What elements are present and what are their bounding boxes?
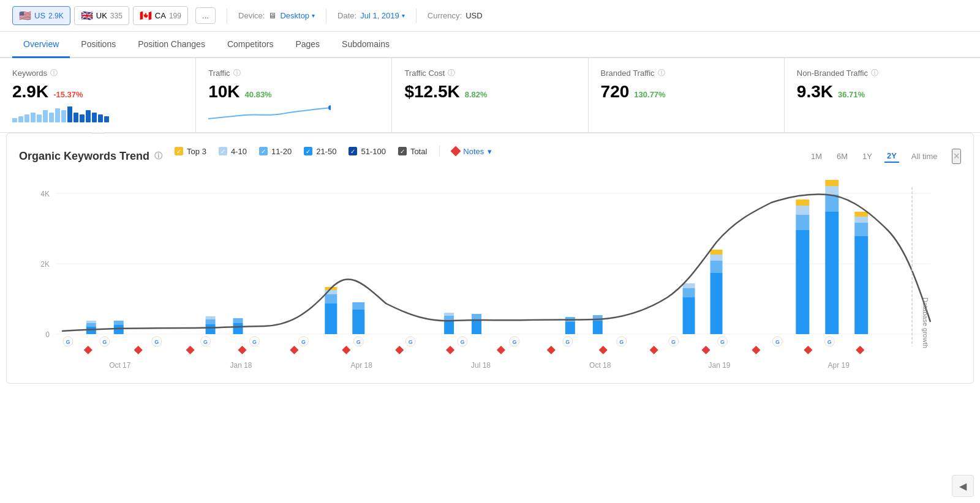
svg-rect-35 [710, 273, 723, 334]
date-filter: Date: Jul 1, 2019 ▾ [337, 11, 405, 20]
chart-area: 4K 2K 0 [19, 175, 961, 371]
svg-text:G: G [356, 339, 361, 345]
metric-number-non-branded-traffic: 9.3K [797, 82, 833, 102]
svg-text:G: G [775, 339, 780, 345]
spark-bar [37, 114, 42, 122]
tab-competitors[interactable]: Competitors [216, 32, 284, 58]
metric-card-branded-traffic[interactable]: Branded Traffic ⓘ 720 130.77% [589, 58, 785, 132]
legend-item-top3[interactable]: ✓ Top 3 [175, 147, 206, 156]
country-button-us[interactable]: 🇺🇸US2.9K [12, 6, 70, 25]
legend-checkbox-51-100[interactable]: ✓ [349, 147, 357, 155]
svg-text:0: 0 [45, 330, 50, 339]
svg-rect-92 [446, 346, 454, 354]
date-value[interactable]: Jul 1, 2019 ▾ [360, 11, 405, 20]
metric-label-keywords: Keywords [12, 69, 47, 78]
tab-overview[interactable]: Overview [12, 32, 70, 58]
currency-filter: Currency: USD [428, 11, 483, 20]
country-button-uk[interactable]: 🇬🇧UK335 [74, 6, 129, 25]
svg-text:2K: 2K [40, 260, 50, 269]
metric-card-non-branded-traffic[interactable]: Non-Branded Traffic ⓘ 9.3K 36.71% [785, 58, 980, 132]
metric-sparkline-keywords [12, 105, 183, 122]
tab-pages[interactable]: Pages [284, 32, 331, 58]
time-filter-1m[interactable]: 1M [809, 151, 824, 162]
spark-bar [92, 113, 97, 122]
legend-item-21-50[interactable]: ✓ 21-50 [304, 147, 336, 156]
svg-rect-28 [565, 322, 575, 334]
traffic-sparkline [208, 105, 379, 122]
time-filter-all[interactable]: All time [909, 151, 940, 162]
info-icon-keywords[interactable]: ⓘ [50, 68, 58, 78]
legend-item-51-100[interactable]: ✓ 51-100 [349, 147, 385, 156]
svg-rect-34 [683, 283, 695, 288]
svg-rect-16 [233, 318, 243, 323]
svg-rect-43 [825, 212, 839, 334]
tab-subdomains[interactable]: Subdomains [331, 32, 401, 58]
svg-text:G: G [512, 339, 516, 345]
svg-rect-98 [752, 346, 760, 354]
tab-positions[interactable]: Positions [70, 32, 127, 58]
metric-number-traffic: 10K [208, 82, 239, 102]
tab-position-changes[interactable]: Position Changes [127, 32, 216, 58]
legend-item-total[interactable]: ✓ Total [398, 147, 427, 156]
svg-text:4K: 4K [40, 190, 50, 198]
navigation-tabs: OverviewPositionsPosition ChangesCompeti… [0, 32, 980, 58]
info-icon-traffic-cost[interactable]: ⓘ [448, 68, 455, 78]
svg-rect-85 [84, 346, 92, 354]
metric-title-traffic: Traffic ⓘ [208, 68, 379, 78]
country-count-ca: 199 [169, 12, 181, 20]
chart-info-icon[interactable]: ⓘ [154, 151, 162, 162]
legend-item-11-20[interactable]: ✓ 11-20 [259, 147, 292, 156]
device-value[interactable]: Desktop ▾ [280, 11, 315, 20]
legend-label-51-100: 51-100 [361, 147, 385, 156]
svg-rect-26 [472, 319, 481, 334]
metric-change-traffic: 40.83% [245, 90, 272, 99]
legend-checkbox-4-10[interactable]: ✓ [219, 147, 227, 155]
svg-text:G: G [827, 339, 832, 345]
svg-rect-8 [86, 323, 96, 327]
more-countries-button[interactable]: ... [195, 7, 216, 24]
legend-item-4-10[interactable]: ✓ 4-10 [219, 147, 247, 156]
top-bar: 🇺🇸US2.9K🇬🇧UK335🇨🇦CA199 ... Device: 🖥 Des… [0, 0, 980, 32]
metric-sparkline-traffic [208, 105, 379, 122]
notes-label: Notes [463, 147, 484, 156]
country-button-ca[interactable]: 🇨🇦CA199 [133, 6, 188, 25]
svg-text:G: G [66, 339, 70, 345]
legend-label-11-20: 11-20 [271, 147, 292, 156]
country-code-uk: UK [96, 11, 107, 20]
chart-panel: Organic Keywords Trend ⓘ ✓ Top 3 ✓ 4-10 … [6, 133, 974, 384]
svg-rect-96 [650, 346, 658, 354]
legend-checkbox-11-20[interactable]: ✓ [259, 147, 268, 155]
svg-rect-90 [342, 346, 350, 354]
svg-text:Jan 19: Jan 19 [709, 361, 731, 370]
svg-text:G: G [409, 339, 413, 345]
svg-rect-18 [325, 294, 337, 304]
country-count-us: 2.9K [48, 12, 64, 20]
notes-button[interactable]: Notes ▾ [452, 147, 492, 156]
time-filter-2y[interactable]: 2Y [884, 150, 899, 163]
info-icon-non-branded-traffic[interactable]: ⓘ [871, 68, 878, 78]
legend-checkbox-21-50[interactable]: ✓ [304, 147, 312, 155]
svg-text:G: G [154, 339, 159, 345]
svg-rect-87 [186, 346, 195, 354]
metric-card-traffic-cost[interactable]: Traffic Cost ⓘ $12.5K 8.82% [392, 58, 588, 132]
metric-value-non-branded-traffic: 9.3K 36.71% [797, 82, 968, 102]
chart-close-button[interactable]: × [952, 149, 961, 164]
sparkline-keywords [12, 105, 183, 122]
metric-number-branded-traffic: 720 [601, 82, 630, 102]
metric-card-keywords[interactable]: Keywords ⓘ 2.9K -15.37% [0, 58, 196, 132]
speaker-button[interactable]: ◀ [952, 475, 974, 497]
svg-rect-27 [472, 314, 481, 319]
time-filter-6m[interactable]: 6M [834, 151, 850, 162]
time-filter-1y[interactable]: 1Y [860, 151, 875, 162]
info-icon-traffic[interactable]: ⓘ [233, 68, 241, 78]
legend-checkbox-top3[interactable]: ✓ [175, 147, 183, 155]
svg-rect-10 [114, 325, 124, 334]
info-icon-branded-traffic[interactable]: ⓘ [658, 68, 665, 78]
metric-card-traffic[interactable]: Traffic ⓘ 10K 40.83% [196, 58, 392, 132]
spark-bar [12, 118, 17, 122]
currency-label: Currency: [428, 11, 462, 20]
legend-checkbox-total[interactable]: ✓ [398, 147, 407, 155]
svg-rect-9 [86, 321, 96, 323]
svg-rect-13 [206, 319, 216, 324]
spark-bar [80, 114, 85, 122]
